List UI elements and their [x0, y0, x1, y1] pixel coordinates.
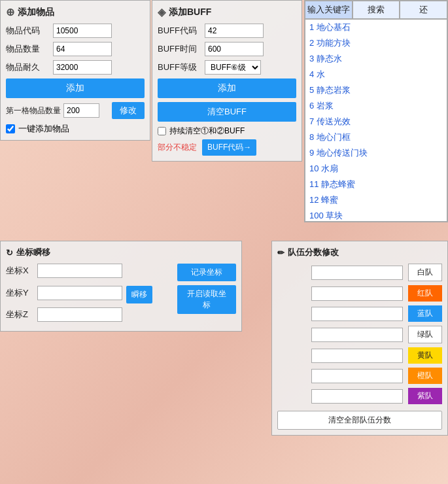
item-dur-row: 物品耐久: [6, 60, 145, 75]
continuous-clear-label: 持续清空①和②BUFF: [169, 126, 245, 137]
buff-level-row: BUFF等级 BUFF⑥级: [158, 60, 296, 75]
team-row-yellow: 黄队: [277, 347, 442, 364]
coord-z-row: 坐标Z: [6, 307, 172, 322]
blink-button[interactable]: 瞬移: [126, 286, 152, 303]
buff-time-input[interactable]: [205, 42, 264, 56]
item-dur-input[interactable]: [53, 60, 112, 75]
team-score-input-purple[interactable]: [311, 389, 403, 404]
team-score-input-green[interactable]: [311, 328, 403, 342]
search-list-item[interactable]: 4 水: [305, 67, 447, 82]
team-score-input-blue[interactable]: [311, 307, 403, 321]
coord-z-label: 坐标Z: [6, 309, 33, 320]
item-qty-input[interactable]: [53, 42, 112, 56]
teleport-icon: ↻: [6, 248, 13, 258]
first-slot-row: 第一格物品数量 修改: [6, 102, 145, 119]
keyword-tab[interactable]: 输入关键字: [305, 1, 353, 19]
search-list-item[interactable]: 10 水扇: [305, 161, 447, 177]
search-list: 1 地心基石2 功能方块3 静态水4 水5 静态岩浆6 岩浆7 传送光效8 地心…: [305, 19, 447, 222]
add-buff-title: ◈ 添加BUFF: [158, 6, 296, 18]
buff-code-row: BUFF代码: [158, 24, 296, 38]
first-slot-input[interactable]: [63, 103, 99, 118]
purple-team-btn[interactable]: 紫队: [408, 388, 442, 404]
team-row-purple: 紫队: [277, 388, 442, 404]
item-code-input[interactable]: [53, 24, 112, 38]
add-item-title: ⊕ 添加物品: [6, 6, 145, 18]
yellow-team-btn[interactable]: 黄队: [408, 347, 442, 364]
first-slot-label: 第一格物品数量: [6, 105, 61, 116]
buff-time-label: BUFF时间: [158, 43, 202, 55]
coord-x-label: 坐标X: [6, 265, 33, 277]
search-list-item[interactable]: 3 静态水: [305, 51, 447, 67]
coord-x-input[interactable]: [37, 264, 122, 278]
teleport-buttons: 记录坐标 开启读取坐标: [177, 264, 236, 326]
team-score-input-orange[interactable]: [311, 369, 403, 383]
one-key-label: 一键添加物品: [18, 123, 69, 135]
item-qty-label: 物品数量: [6, 43, 50, 55]
buff-code-extra-row: 部分不稳定 BUFF代码→: [158, 139, 296, 156]
return-tab[interactable]: 还: [400, 1, 447, 19]
clear-all-score-button[interactable]: 清空全部队伍分数: [277, 411, 442, 430]
search-list-item[interactable]: 100 草块: [305, 208, 447, 222]
red-team-btn[interactable]: 红队: [408, 285, 442, 302]
coord-y-label: 坐标Y: [6, 287, 33, 299]
clear-buff-button[interactable]: 清空BUFF: [158, 102, 296, 122]
team-row-blue: 蓝队: [277, 305, 442, 322]
green-team-btn[interactable]: 绿队: [408, 326, 442, 343]
team-row-white: 白队: [277, 264, 442, 281]
continuous-clear-checkbox[interactable]: [158, 127, 166, 135]
teleport-panel: ↻ 坐标瞬移 坐标X 坐标Y 瞬移 坐标Z 记录坐标: [0, 241, 242, 332]
orange-team-btn[interactable]: 橙队: [408, 368, 442, 384]
item-code-label: 物品代码: [6, 25, 50, 37]
search-list-item[interactable]: 5 静态岩浆: [305, 82, 447, 98]
search-tab[interactable]: 搜索: [353, 1, 400, 19]
add-item-icon: ⊕: [6, 6, 14, 18]
teleport-title: ↻ 坐标瞬移: [6, 247, 236, 258]
white-team-btn[interactable]: 白队: [408, 264, 442, 281]
team-score-input-yellow[interactable]: [311, 349, 403, 363]
one-key-checkbox[interactable]: [6, 124, 15, 133]
record-coord-button[interactable]: 记录坐标: [177, 264, 236, 281]
teleport-content: 坐标X 坐标Y 瞬移 坐标Z 记录坐标 开启读取坐标: [6, 264, 236, 326]
coord-x-row: 坐标X: [6, 264, 172, 278]
coord-y-row: 坐标Y 瞬移: [6, 282, 172, 303]
team-score-input-white[interactable]: [311, 266, 403, 280]
team-score-input-red[interactable]: [311, 286, 403, 301]
coord-z-input[interactable]: [37, 307, 122, 322]
modify-button[interactable]: 修改: [112, 102, 145, 119]
continuous-clear-row: 持续清空①和②BUFF: [158, 126, 296, 137]
team-row-orange: 橙队: [277, 368, 442, 384]
search-list-item[interactable]: 1 地心基石: [305, 20, 447, 35]
add-buff-icon: ◈: [158, 6, 165, 18]
search-list-item[interactable]: 6 岩浆: [305, 98, 447, 114]
buff-time-row: BUFF时间: [158, 42, 296, 56]
team-icon: ✏: [277, 248, 284, 258]
add-item-panel: ⊕ 添加物品 物品代码 物品数量 物品耐久 添加 第一格物品数量 修改 一键添加…: [0, 0, 150, 141]
search-list-item[interactable]: 11 静态蜂蜜: [305, 177, 447, 192]
buff-level-select[interactable]: BUFF⑥级: [205, 60, 261, 75]
buff-code-btn[interactable]: BUFF代码→: [202, 139, 256, 156]
start-read-button[interactable]: 开启读取坐标: [177, 285, 236, 314]
search-list-item[interactable]: 12 蜂蜜: [305, 192, 447, 208]
search-list-item[interactable]: 8 地心门框: [305, 130, 447, 145]
coord-y-input[interactable]: [37, 286, 122, 300]
search-list-item[interactable]: 9 地心传送门块: [305, 145, 447, 161]
one-key-row: 一键添加物品: [6, 123, 145, 135]
buff-code-input[interactable]: [205, 24, 264, 38]
add-buff-panel: ◈ 添加BUFF BUFF代码 BUFF时间 BUFF等级 BUFF⑥级 添加 …: [152, 0, 302, 162]
coords-area: 坐标X 坐标Y 瞬移 坐标Z: [6, 264, 172, 326]
item-dur-label: 物品耐久: [6, 61, 50, 73]
search-list-item[interactable]: 7 传送光效: [305, 114, 447, 130]
search-list-item[interactable]: 2 功能方块: [305, 35, 447, 51]
team-rows: 白队红队蓝队绿队黄队橙队紫队: [277, 264, 442, 404]
search-header: 输入关键字 搜索 还: [305, 1, 447, 19]
item-qty-row: 物品数量: [6, 42, 145, 56]
blue-team-btn[interactable]: 蓝队: [408, 305, 442, 322]
team-score-title: ✏ 队伍分数修改: [277, 247, 442, 258]
team-score-panel: ✏ 队伍分数修改 白队红队蓝队绿队黄队橙队紫队 清空全部队伍分数: [271, 241, 448, 436]
add-item-button[interactable]: 添加: [6, 78, 145, 98]
add-buff-button[interactable]: 添加: [158, 78, 296, 98]
search-panel: 输入关键字 搜索 还 1 地心基石2 功能方块3 静态水4 水5 静态岩浆6 岩…: [304, 0, 448, 222]
team-row-red: 红队: [277, 285, 442, 302]
buff-level-label: BUFF等级: [158, 61, 202, 73]
unstable-text: 部分不稳定: [158, 142, 197, 153]
